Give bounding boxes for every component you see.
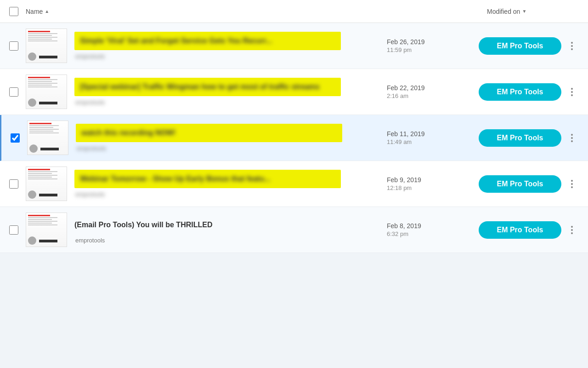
- item-time: 11:59 pm: [387, 46, 469, 53]
- item-tag-button[interactable]: EM Pro Tools: [479, 129, 561, 147]
- item-title: Simple 'Viral' Set and Forget Service Ge…: [80, 37, 272, 45]
- item-content: Simple 'Viral' Set and Forget Service Ge…: [74, 32, 387, 60]
- name-sort-icon: ▲: [45, 9, 49, 14]
- item-title: Webinar Tomorrow - Show Up Early Bonus t…: [80, 175, 271, 183]
- item-meta: Feb 22, 2019 2:16 am: [387, 84, 469, 99]
- more-options-icon: [571, 42, 573, 50]
- item-thumbnail: [26, 167, 67, 201]
- item-title: (Email Pro Tools) You will be THRILLED: [74, 221, 212, 229]
- name-column-header[interactable]: Name ▲: [26, 8, 404, 15]
- item-tag-button[interactable]: EM Pro Tools: [479, 37, 561, 55]
- item-meta: Feb 9, 2019 12:18 pm: [387, 176, 469, 191]
- item-date: Feb 9, 2019: [387, 176, 469, 184]
- select-all-checkbox[interactable]: [9, 7, 18, 16]
- item-title-block: (Email Pro Tools) You will be THRILLED: [74, 216, 341, 234]
- item-more-button[interactable]: [565, 42, 579, 50]
- item-more-button[interactable]: [565, 134, 579, 142]
- modified-sort-icon: ▼: [522, 9, 526, 14]
- item-title-block: watch this recording NOW!: [76, 124, 342, 142]
- item-meta: Feb 26, 2019 11:59 pm: [387, 38, 469, 53]
- item-checkbox[interactable]: [9, 179, 18, 189]
- item-checkbox[interactable]: [9, 87, 18, 97]
- item-tag-button[interactable]: EM Pro Tools: [479, 83, 561, 101]
- thumb-bar: [39, 56, 57, 58]
- item-subtitle: emprotools: [74, 99, 387, 106]
- item-meta: Feb 8, 2019 6:32 pm: [387, 222, 469, 237]
- item-checkbox[interactable]: [9, 41, 18, 51]
- list-item: watch this recording NOW! emprotools Feb…: [0, 115, 588, 161]
- item-more-button[interactable]: [565, 226, 579, 234]
- item-subtitle: emprotools: [74, 53, 387, 60]
- email-list: Simple 'Viral' Set and Forget Service Ge…: [0, 23, 588, 253]
- item-title-block: [Special webinar] Traffic Wingman how to…: [74, 78, 341, 96]
- item-date: Feb 22, 2019: [387, 84, 469, 92]
- thumb-avatar-icon: [28, 98, 36, 107]
- item-checkbox[interactable]: [11, 133, 20, 143]
- modified-column-header[interactable]: Modified on ▼: [487, 8, 579, 15]
- item-content: (Email Pro Tools) You will be THRILLED e…: [74, 216, 387, 244]
- item-title: [Special webinar] Traffic Wingman how to…: [80, 83, 320, 91]
- item-date: Feb 26, 2019: [387, 38, 469, 46]
- thumb-avatar-icon: [29, 144, 38, 153]
- item-tag-button[interactable]: EM Pro Tools: [479, 221, 561, 239]
- item-time: 6:32 pm: [387, 230, 469, 237]
- item-subtitle: emprotools: [74, 191, 387, 198]
- thumb-bar: [39, 102, 57, 104]
- item-time: 2:16 am: [387, 92, 469, 99]
- item-content: Webinar Tomorrow - Show Up Early Bonus t…: [74, 170, 387, 198]
- item-subtitle: emprotools: [74, 237, 387, 244]
- thumb-avatar-icon: [28, 52, 36, 61]
- item-date: Feb 11, 2019: [387, 130, 469, 138]
- item-more-button[interactable]: [565, 180, 579, 188]
- item-thumbnail: [26, 29, 67, 63]
- item-content: [Special webinar] Traffic Wingman how to…: [74, 78, 387, 106]
- more-options-icon: [571, 180, 573, 188]
- thumb-bar: [39, 240, 57, 242]
- item-thumbnail: [26, 213, 67, 247]
- item-content: watch this recording NOW! emprotools: [76, 124, 387, 152]
- more-options-icon: [571, 134, 573, 142]
- item-date: Feb 8, 2019: [387, 222, 469, 230]
- item-meta: Feb 11, 2019 11:49 am: [387, 130, 469, 145]
- thumb-bar: [40, 148, 59, 150]
- item-time: 12:18 pm: [387, 184, 469, 191]
- item-subtitle: emprotools: [76, 145, 387, 152]
- thumb-avatar-icon: [28, 190, 36, 199]
- item-title-block: Webinar Tomorrow - Show Up Early Bonus t…: [74, 170, 341, 188]
- list-item: Webinar Tomorrow - Show Up Early Bonus t…: [0, 161, 588, 207]
- item-checkbox[interactable]: [9, 225, 18, 235]
- item-thumbnail: [27, 121, 68, 155]
- thumb-avatar-icon: [28, 236, 36, 245]
- more-options-icon: [571, 226, 573, 234]
- more-options-icon: [571, 88, 573, 96]
- item-thumbnail: [26, 75, 67, 109]
- item-more-button[interactable]: [565, 88, 579, 96]
- list-item: (Email Pro Tools) You will be THRILLED e…: [0, 207, 588, 253]
- item-title: watch this recording NOW!: [81, 129, 175, 137]
- list-item: [Special webinar] Traffic Wingman how to…: [0, 69, 588, 115]
- item-time: 11:49 am: [387, 138, 469, 145]
- item-tag-button[interactable]: EM Pro Tools: [479, 175, 561, 193]
- table-header: Name ▲ Modified on ▼: [0, 0, 588, 23]
- item-title-block: Simple 'Viral' Set and Forget Service Ge…: [74, 32, 341, 50]
- thumb-bar: [39, 194, 57, 196]
- list-item: Simple 'Viral' Set and Forget Service Ge…: [0, 23, 588, 69]
